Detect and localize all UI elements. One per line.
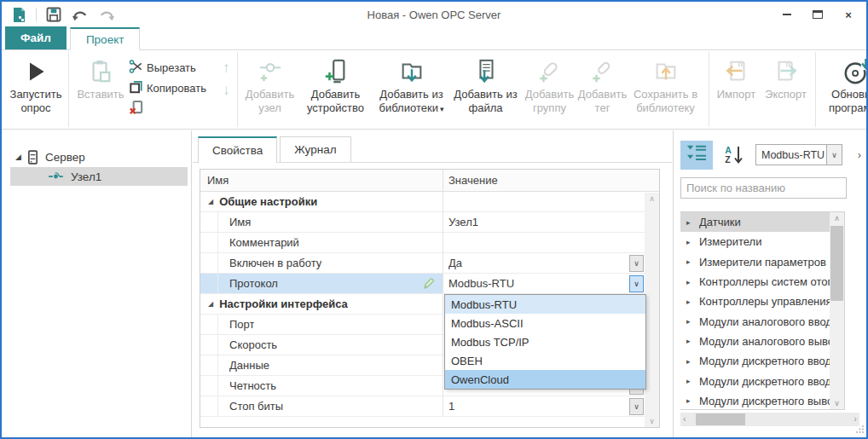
list-item[interactable]: ▸ Датчики — [680, 212, 844, 232]
expander-closed-icon[interactable]: ▸ — [686, 218, 699, 227]
expander-closed-icon[interactable]: ▸ — [686, 377, 699, 385]
minimize-button[interactable] — [776, 5, 798, 24]
property-grid-scrollbar[interactable]: ∧ ∨ — [645, 193, 659, 427]
add-from-library-button[interactable]: Добавить из библиотеки▾ — [373, 54, 451, 127]
tree-item-label: Узел1 — [71, 170, 101, 183]
property-name: Четность — [229, 379, 276, 392]
property-value-cell[interactable]: ∨ — [443, 192, 645, 211]
expander-closed-icon[interactable]: ▸ — [686, 278, 699, 286]
tab-properties[interactable]: Свойства — [198, 136, 277, 163]
tab-project[interactable]: Проект — [70, 27, 140, 50]
list-item[interactable]: ▸ Модули аналогового ввода — [680, 311, 844, 331]
expander-closed-icon[interactable]: ▸ — [686, 337, 699, 345]
cut-button[interactable]: Вырезать — [129, 59, 221, 77]
list-item[interactable]: ▸ Модули аналогового вывод — [680, 332, 844, 351]
expander-closed-icon[interactable]: ▸ — [686, 238, 699, 246]
combo-arrow-icon[interactable]: ∨ — [629, 275, 644, 292]
redo-button[interactable] — [97, 5, 116, 24]
clipboard-small-buttons: Вырезать Копировать — [129, 54, 221, 118]
dropdown-option[interactable]: Modbus-RTU — [445, 295, 645, 314]
library-horizontal-scrollbar[interactable]: ‹ › — [680, 413, 859, 426]
import-button[interactable]: Импорт — [713, 54, 761, 127]
resize-grip[interactable] — [856, 423, 865, 436]
property-value-cell[interactable]: Modbus-RTU ∨ — [443, 274, 645, 293]
expander-open-icon[interactable]: ◢ — [15, 153, 27, 161]
scroll-down-icon[interactable]: ∨ — [830, 399, 844, 407]
collapse-panel-icon[interactable]: › — [858, 148, 861, 161]
property-value-cell[interactable]: 1 ∨ — [443, 396, 645, 416]
list-item[interactable]: ▸ Контроллеры систем отопл — [680, 272, 844, 292]
move-down-icon[interactable]: ↓ — [223, 83, 230, 98]
combo-arrow-icon[interactable]: ∨ — [826, 145, 842, 165]
delete-button[interactable] — [129, 100, 221, 118]
scroll-down-icon[interactable]: ∨ — [649, 417, 655, 425]
tree-item-node[interactable]: Узел1 — [10, 167, 188, 186]
table-row[interactable]: ◢ Включен в работу Да ∨ — [200, 253, 645, 274]
sort-button[interactable]: AZ — [719, 142, 749, 169]
table-row[interactable]: ◢ Комментарий ∨ — [200, 233, 645, 253]
update-program-button[interactable]: Обновить программу — [819, 54, 868, 127]
add-group-button[interactable]: Добавить группу — [521, 54, 579, 127]
run-poll-button[interactable]: Запустить опрос — [7, 54, 65, 127]
list-item-label: Измерители — [699, 235, 844, 248]
property-value: Узел1 — [448, 216, 645, 228]
expander-open-icon[interactable]: ◢ — [208, 300, 213, 308]
search-input[interactable] — [680, 177, 847, 199]
list-item[interactable]: ▸ Контроллеры управления — [680, 292, 844, 311]
dropdown-option[interactable]: Modbus TCP/IP — [445, 332, 645, 351]
combo-arrow-icon[interactable]: ∨ — [629, 255, 644, 272]
export-button[interactable]: Экспорт — [761, 54, 812, 127]
scroll-left-icon[interactable]: ‹ — [683, 413, 686, 424]
scrollbar-thumb[interactable] — [830, 226, 843, 301]
table-row[interactable]: ◢ Стоп биты 1 ∨ — [200, 396, 645, 417]
add-node-button[interactable]: Добавить узел — [241, 54, 299, 127]
table-row[interactable]: ◢ Имя Узел1 ∨ — [200, 212, 645, 233]
save-to-library-button[interactable]: Сохранить в библиотеку — [627, 54, 705, 127]
property-value-cell[interactable]: Узел1 ∨ — [443, 212, 645, 232]
expander-closed-icon[interactable]: ▸ — [686, 257, 699, 266]
column-header-value[interactable]: Значение — [443, 174, 659, 187]
scrollbar-thumb[interactable] — [696, 413, 745, 425]
expander-closed-icon[interactable]: ▸ — [686, 297, 699, 306]
add-device-button[interactable]: Добавить устройство — [299, 54, 373, 127]
property-value-cell[interactable]: ∨ — [443, 233, 645, 252]
list-item[interactable]: ▸ Модули дискретного ввода — [680, 351, 844, 371]
ribbon-group-clipboard: Вставить Вырезать Копировать — [69, 52, 238, 127]
add-from-library-icon — [398, 56, 425, 87]
dropdown-option[interactable]: ОВЕН — [445, 351, 645, 370]
expander-closed-icon[interactable]: ▸ — [686, 317, 699, 326]
dropdown-option[interactable]: OwenCloud — [445, 370, 645, 389]
filter-button[interactable] — [680, 141, 713, 170]
column-header-name[interactable]: Имя — [200, 170, 443, 191]
move-up-icon[interactable]: ↑ — [223, 61, 230, 76]
tree-item-server[interactable]: ◢ Сервер — [2, 147, 191, 166]
list-item[interactable]: ▸ Измерители параметров — [680, 252, 844, 272]
save-button[interactable] — [44, 5, 63, 24]
expander-closed-icon[interactable]: ▸ — [686, 396, 699, 405]
scissors-icon — [129, 60, 143, 76]
expander-closed-icon[interactable]: ▸ — [686, 357, 699, 366]
tab-journal[interactable]: Журнал — [280, 136, 350, 162]
list-item[interactable]: ▸ Измерители — [680, 232, 844, 251]
list-item[interactable]: ▸ Модули дискретного вывод — [680, 391, 844, 410]
list-item[interactable]: ▸ Модули дискретного ввода — [680, 371, 844, 390]
property-value-cell[interactable]: Да ∨ — [443, 253, 645, 273]
dropdown-option[interactable]: Modbus-ASCII — [445, 314, 645, 332]
library-vertical-scrollbar[interactable]: ∧ ∨ — [830, 212, 844, 409]
table-row[interactable]: ◢ Протокол Modbus-RTU ∨ — [200, 274, 645, 294]
scroll-up-icon[interactable]: ∧ — [649, 194, 655, 203]
undo-button[interactable] — [71, 5, 90, 24]
table-row[interactable]: ◢ Общие настройки ∨ — [200, 192, 645, 212]
expander-open-icon[interactable]: ◢ — [208, 198, 213, 205]
add-tag-button[interactable]: Добавить тег — [579, 54, 627, 127]
copy-button[interactable]: Копировать — [129, 79, 221, 97]
tab-file[interactable]: Файл — [5, 26, 67, 49]
property-name-cell: ◢ Имя — [200, 212, 443, 232]
protocol-filter-combo[interactable]: Modbus-RTU ∨ — [755, 144, 842, 165]
paste-button[interactable]: Вставить — [72, 54, 129, 127]
add-from-file-button[interactable]: Добавить из файла — [451, 54, 521, 127]
close-button[interactable]: × — [837, 5, 859, 24]
combo-arrow-icon[interactable]: ∨ — [629, 398, 644, 415]
scroll-up-icon[interactable]: ∧ — [830, 214, 844, 222]
maximize-button[interactable] — [807, 5, 829, 24]
